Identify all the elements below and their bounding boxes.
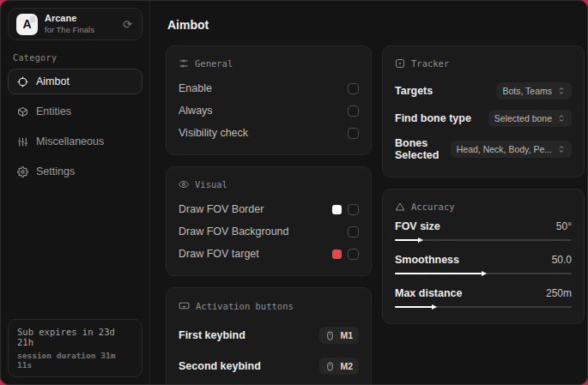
sidebar-item-miscellaneous[interactable]: Miscellaneous: [8, 129, 142, 154]
eye-icon: [179, 179, 189, 189]
visual-card: Visual Draw FOV Border Draw FOV Backgrou…: [166, 166, 372, 276]
setting-label: Draw FOV target: [179, 248, 259, 260]
sub-expiry-text: Sub expires in 23d 21h: [17, 327, 133, 347]
sliders-icon: [179, 58, 189, 69]
fov-background-checkbox[interactable]: [348, 226, 359, 238]
general-card: General Enable Always Visibility check: [166, 45, 372, 155]
keybind-value: M2: [340, 361, 353, 371]
activation-buttons-card: Activation buttons First keybind M1 Seco…: [166, 287, 372, 385]
tracker-label: Targets: [395, 85, 433, 97]
page-title: Aimbot: [167, 18, 585, 32]
enable-checkbox[interactable]: [348, 83, 359, 94]
sliders-vertical-icon: [17, 136, 28, 147]
setting-label: Always: [179, 105, 213, 117]
slider-block-fov-size: FOV size 50°: [395, 220, 572, 243]
setting-label: Visibility check: [179, 127, 248, 139]
dropdown-value: Bots, Teams: [502, 86, 552, 96]
keybind-row-second: Second keybind M2: [179, 351, 359, 382]
mouse-icon: [325, 331, 335, 340]
right-column: Tracker Targets Bots, Teams Find bone ty…: [382, 45, 585, 335]
sidebar-item-label: Aimbot: [36, 75, 70, 87]
app-name: Arcane: [45, 13, 94, 25]
keyboard-icon: [179, 300, 190, 311]
sync-icon[interactable]: ⟳: [121, 17, 134, 32]
setting-row-always: Always: [179, 99, 359, 122]
triangle-icon: [395, 202, 405, 212]
slider-value: 50°: [556, 220, 572, 232]
category-label: Category: [13, 53, 137, 63]
session-duration-text: session duration 31m 11s: [17, 351, 133, 370]
slider-label: FOV size: [395, 220, 440, 232]
card-title: Accuracy: [411, 202, 455, 212]
slider-fill: [395, 273, 483, 274]
max-distance-slider[interactable]: [395, 304, 572, 310]
slider-thumb[interactable]: [482, 271, 487, 276]
smoothness-slider[interactable]: [395, 271, 572, 276]
chevrons-up-down-icon: [557, 145, 566, 153]
focus-icon: [395, 58, 405, 69]
crosshair-icon: [17, 76, 28, 87]
second-keybind-button[interactable]: M2: [319, 358, 359, 375]
app-header: A Arcane for The Finals ⟳: [8, 8, 142, 40]
tracker-row-bones-selected: Bones Selected Head, Neck, Body, Pe...: [395, 132, 572, 166]
app-subtitle: for The Finals: [45, 25, 94, 35]
card-title: Activation buttons: [196, 301, 294, 311]
keybind-value: M1: [340, 330, 353, 340]
first-keybind-button[interactable]: M1: [319, 327, 359, 344]
sidebar-item-aimbot[interactable]: Aimbot: [8, 69, 142, 94]
tracker-card: Tracker Targets Bots, Teams Find bone ty…: [382, 45, 585, 177]
visibility-check-checkbox[interactable]: [348, 128, 359, 139]
keybind-row-first: First keybind M1: [179, 320, 359, 351]
sidebar-spacer: [8, 184, 142, 319]
app-title-block: Arcane for The Finals: [45, 13, 94, 35]
setting-label: Draw FOV Border: [179, 203, 264, 215]
chevrons-up-down-icon: [557, 87, 566, 95]
slider-block-max-distance: Max distance 250m: [395, 287, 572, 310]
bone-type-dropdown[interactable]: Selected bone: [488, 110, 572, 127]
sidebar: A Arcane for The Finals ⟳ Category Aimbo…: [1, 1, 150, 384]
sidebar-item-label: Settings: [36, 165, 75, 177]
chevrons-up-down-icon: [557, 114, 566, 123]
app-window: A Arcane for The Finals ⟳ Category Aimbo…: [0, 0, 588, 385]
slider-thumb[interactable]: [418, 238, 423, 243]
setting-label: Draw FOV Background: [179, 226, 289, 238]
mouse-icon: [325, 362, 335, 371]
sidebar-nav: Aimbot Entities Miscellaneous Settings: [8, 69, 142, 184]
setting-row-visibility-check: Visibility check: [179, 122, 359, 144]
slider-value: 250m: [546, 287, 572, 299]
app-logo-mark: [30, 16, 35, 22]
bones-selected-dropdown[interactable]: Head, Neck, Body, Pe...: [451, 141, 572, 158]
main-panel: Aimbot General Enable Always: [150, 1, 588, 384]
tracker-label: Find bone type: [395, 112, 471, 124]
accuracy-card: Accuracy FOV size 50°: [382, 189, 585, 324]
setting-row-fov-border: Draw FOV Border: [179, 198, 359, 220]
tracker-row-targets: Targets Bots, Teams: [395, 77, 572, 105]
slider-value: 50.0: [552, 254, 572, 266]
setting-label: Enable: [179, 82, 212, 94]
fov-border-color-swatch[interactable]: [332, 205, 342, 214]
subscription-card: Sub expires in 23d 21h session duration …: [8, 319, 142, 377]
left-column: General Enable Always Visibility check: [166, 45, 372, 385]
sidebar-item-label: Miscellaneous: [36, 135, 104, 147]
tracker-row-bone-type: Find bone type Selected bone: [395, 105, 572, 132]
always-checkbox[interactable]: [348, 105, 359, 117]
slider-thumb[interactable]: [432, 304, 437, 310]
keybind-label: Second keybind: [179, 360, 261, 372]
gear-icon: [17, 166, 28, 177]
fov-size-slider[interactable]: [395, 238, 572, 243]
sidebar-item-settings[interactable]: Settings: [8, 159, 142, 184]
dropdown-value: Selected bone: [494, 113, 552, 123]
fov-target-color-swatch[interactable]: [332, 250, 342, 259]
slider-label: Smoothness: [395, 254, 459, 266]
targets-dropdown[interactable]: Bots, Teams: [496, 82, 572, 99]
slider-block-smoothness: Smoothness 50.0: [395, 254, 572, 276]
fov-border-checkbox[interactable]: [348, 204, 359, 215]
sidebar-item-entities[interactable]: Entities: [8, 99, 142, 124]
dropdown-value: Head, Neck, Body, Pe...: [457, 144, 552, 154]
slider-label: Max distance: [395, 287, 463, 299]
slider-fill: [395, 239, 420, 241]
card-title: Tracker: [411, 58, 449, 69]
card-title: Visual: [195, 179, 227, 189]
setting-row-fov-background: Draw FOV Background: [179, 220, 359, 243]
fov-target-checkbox[interactable]: [348, 249, 359, 260]
